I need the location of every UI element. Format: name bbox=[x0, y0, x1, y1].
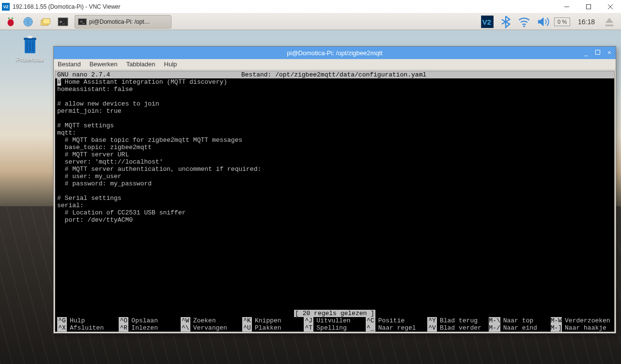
nano-shortcut: ^RInlezen bbox=[119, 324, 180, 332]
nano-shortcut: ^VBlad verder bbox=[427, 324, 489, 332]
vnc-window-titlebar: V2 192.168.1.55 (Domotica-Pi) - VNC View… bbox=[0, 0, 621, 14]
nano-shortcut: ^YBlad terug bbox=[427, 317, 489, 324]
nano-shortcut: ^XAfsluiten bbox=[57, 324, 119, 332]
terminal-task-icon: >_ bbox=[78, 18, 87, 25]
raspberry-menu-icon[interactable] bbox=[3, 15, 18, 29]
terminal-launcher-icon[interactable]: >_ bbox=[55, 15, 71, 29]
wifi-icon[interactable] bbox=[517, 16, 531, 28]
taskbar-terminal-task[interactable]: >_ pi@Domotica-Pi: /opt… bbox=[75, 15, 171, 29]
svg-rect-1 bbox=[586, 4, 590, 9]
nano-editor-body[interactable]: # Home Assistant integration (MQTT disco… bbox=[55, 78, 614, 224]
nano-shortcut: ^UPlakken bbox=[242, 324, 304, 332]
nano-shortcut: ^KKnippen bbox=[242, 317, 304, 324]
nano-shortcut: ^GHulp bbox=[57, 317, 119, 324]
bluetooth-icon[interactable] bbox=[499, 16, 512, 28]
nano-shortcut: M-/Naar eind bbox=[489, 324, 550, 332]
svg-rect-19 bbox=[596, 50, 600, 55]
file-manager-icon[interactable] bbox=[38, 15, 53, 29]
nano-status-row: [ 20 regels gelezen ] bbox=[55, 310, 614, 317]
minimize-button[interactable] bbox=[556, 0, 577, 14]
terminal-content[interactable]: GNU nano 2.7.4 Bestand: /opt/zigbee2mqtt… bbox=[55, 71, 615, 332]
volume-icon[interactable] bbox=[536, 16, 549, 28]
nano-filename: Bestand: /opt/zigbee2mqtt/data/configura… bbox=[241, 71, 612, 78]
maximize-button[interactable] bbox=[577, 0, 599, 14]
svg-rect-15 bbox=[28, 36, 32, 38]
nano-shortcut: ^TSpelling bbox=[304, 324, 365, 332]
nano-shortcut: M-\Naar top bbox=[489, 317, 550, 324]
cpu-usage-badge[interactable]: 0 % bbox=[554, 17, 570, 26]
terminal-maximize-button[interactable] bbox=[592, 47, 603, 57]
nano-shortcut: M-WVerderzoeken bbox=[551, 317, 612, 324]
svg-text:>_: >_ bbox=[60, 18, 65, 24]
nano-shortcut: ^\Vervangen bbox=[181, 324, 242, 332]
nano-shortcut: ^JUitvullen bbox=[304, 317, 365, 324]
vnc-window-title: 192.168.1.55 (Domotica-Pi) - VNC Viewer bbox=[13, 3, 556, 10]
trash-desktop-icon[interactable]: Prullenbak bbox=[11, 35, 49, 63]
nano-shortcut: ^_Naar regel bbox=[366, 324, 427, 332]
eject-icon[interactable] bbox=[603, 16, 616, 28]
remote-desktop: >_ >_ pi@Domotica-Pi: /opt… V2 0 % 16:18 bbox=[0, 14, 621, 364]
terminal-minimize-button[interactable]: _ bbox=[581, 47, 591, 57]
menu-tabbladen[interactable]: Tabbladen bbox=[126, 61, 155, 68]
terminal-window: pi@Domotica-Pi: /opt/zigbee2mqtt _ × Bes… bbox=[53, 46, 616, 334]
nano-shortcut: M-]Naar haakje bbox=[551, 324, 612, 332]
system-tray: V2 0 % 16:18 bbox=[481, 16, 619, 28]
pi-taskbar: >_ >_ pi@Domotica-Pi: /opt… V2 0 % 16:18 bbox=[0, 14, 621, 30]
svg-rect-7 bbox=[43, 18, 50, 24]
vnc-server-tray-icon[interactable]: V2 bbox=[481, 16, 494, 28]
terminal-title: pi@Domotica-Pi: /opt/zigbee2mqtt bbox=[287, 49, 382, 57]
taskbar-task-label: pi@Domotica-Pi: /opt… bbox=[89, 18, 150, 25]
terminal-titlebar[interactable]: pi@Domotica-Pi: /opt/zigbee2mqtt _ × bbox=[54, 46, 616, 59]
terminal-menubar: Bestand Bewerken Tabbladen Hulp bbox=[54, 59, 616, 70]
web-browser-icon[interactable] bbox=[20, 15, 36, 29]
svg-text:V2: V2 bbox=[482, 17, 491, 26]
nano-shortcut: ^OOpslaan bbox=[119, 317, 180, 324]
clock[interactable]: 16:18 bbox=[575, 18, 598, 26]
nano-header: GNU nano 2.7.4 Bestand: /opt/zigbee2mqtt… bbox=[55, 71, 614, 78]
trash-label: Prullenbak bbox=[11, 56, 49, 63]
menu-hulp[interactable]: Hulp bbox=[164, 61, 177, 68]
nano-version: GNU nano 2.7.4 bbox=[57, 71, 110, 78]
menu-bestand[interactable]: Bestand bbox=[58, 61, 81, 68]
close-button[interactable] bbox=[599, 0, 621, 14]
nano-shortcut: ^CPositie bbox=[366, 317, 427, 324]
nano-status-text: [ 20 regels gelezen ] bbox=[294, 310, 375, 317]
svg-point-12 bbox=[523, 25, 525, 27]
svg-point-4 bbox=[8, 19, 14, 26]
terminal-close-button[interactable]: × bbox=[604, 47, 615, 57]
nano-shortcuts: ^GHulp^OOpslaan^WZoeken^KKnippen^JUitvul… bbox=[55, 317, 614, 332]
vnc-logo-icon: V2 bbox=[2, 3, 10, 11]
menu-bewerken[interactable]: Bewerken bbox=[90, 61, 118, 68]
nano-shortcut: ^WZoeken bbox=[181, 317, 242, 324]
